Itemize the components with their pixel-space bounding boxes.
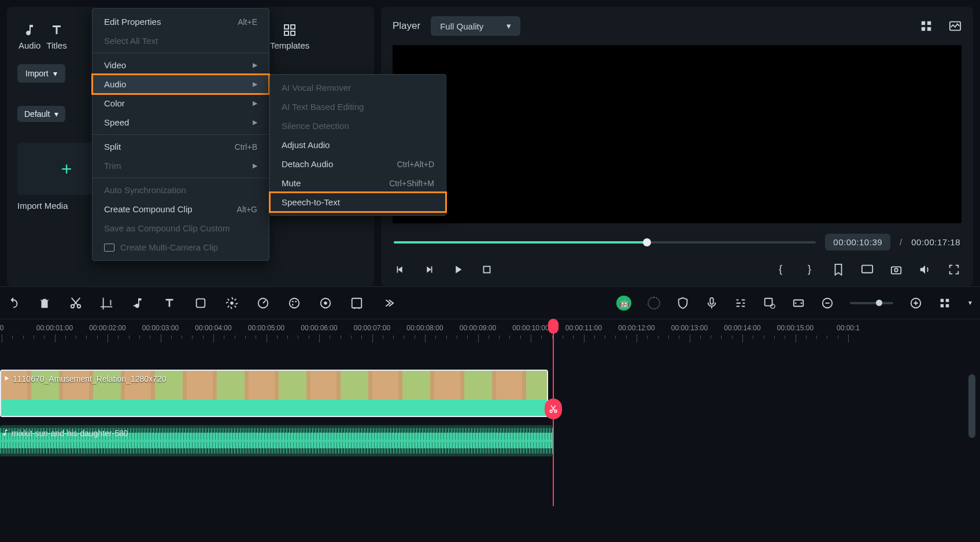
ruler-label: 00:00:01:00	[36, 324, 73, 332]
submenu-adjust-audio[interactable]: Adjust Audio	[270, 135, 446, 154]
snapshot-icon[interactable]	[890, 263, 903, 276]
svg-rect-24	[352, 298, 362, 308]
mark-in-icon[interactable]: {	[774, 263, 787, 276]
prev-frame-icon[interactable]	[394, 263, 406, 276]
video-clip[interactable]: 1110670_Amusement_Relation_1280x720	[0, 370, 548, 417]
plus-icon: +	[61, 158, 72, 180]
green-screen-icon[interactable]	[350, 297, 363, 309]
svg-rect-0	[284, 25, 289, 29]
video-clip-label: 1110670_Amusement_Relation_1280x720	[13, 374, 166, 384]
stop-icon[interactable]	[480, 263, 493, 276]
tab-audio[interactable]: Audio	[19, 23, 40, 50]
submenu-text-based: AI Text Based Editing	[270, 97, 446, 116]
quality-select[interactable]: Full Quality ▾	[431, 16, 520, 36]
zoom-thumb[interactable]	[876, 300, 882, 306]
menu-select-all-text: Select All Text	[93, 31, 269, 50]
menu-multi-camera: Create Multi-Camera Clip	[93, 238, 269, 257]
effects-icon[interactable]	[225, 297, 238, 309]
volume-icon[interactable]	[919, 263, 931, 276]
context-menu: Edit Properties Alt+E Select All Text Vi…	[92, 8, 269, 261]
svg-rect-7	[927, 27, 931, 31]
ruler-label: 00:00:08:00	[406, 324, 443, 332]
svg-rect-2	[284, 31, 289, 35]
tab-templates[interactable]: Templates	[270, 23, 309, 50]
svg-rect-4	[922, 21, 925, 25]
default-sort-button[interactable]: Default ▾	[17, 106, 65, 122]
svg-point-20	[295, 300, 297, 302]
play-icon[interactable]	[452, 263, 464, 276]
menu-speed[interactable]: Speed ▶	[93, 113, 269, 132]
marker-add-icon[interactable]	[763, 297, 776, 309]
mic-icon[interactable]	[705, 297, 718, 309]
total-time: 00:00:17:18	[911, 237, 960, 247]
ruler-label: 00:00:15:00	[777, 324, 813, 332]
ruler-label: 00:00:09:00	[460, 324, 496, 332]
audio-clip-icon	[1, 429, 9, 437]
color-icon[interactable]	[288, 297, 301, 309]
text-icon	[50, 23, 64, 37]
ruler-label: 00:00:13:00	[671, 324, 708, 332]
text-tool-icon[interactable]	[163, 297, 176, 309]
scopes-icon[interactable]	[949, 20, 961, 32]
zoom-slider[interactable]	[850, 302, 893, 304]
templates-icon	[283, 23, 297, 37]
chevron-right-icon: ▶	[253, 99, 257, 107]
player-panel: Player Full Quality ▾ 00:00:10:39 / 00:0…	[381, 7, 973, 286]
marker-dropdown-icon[interactable]	[832, 263, 845, 276]
video-preview[interactable]	[393, 45, 961, 223]
audio-clip[interactable]: mixkit-sun-and-his-daughter-580	[0, 425, 553, 456]
menu-video[interactable]: Video ▶	[93, 56, 269, 75]
grid-view-icon[interactable]	[920, 20, 933, 32]
track-options-icon[interactable]	[938, 297, 951, 309]
ai-assistant-icon[interactable]: 🤖	[616, 296, 631, 311]
menu-color[interactable]: Color ▶	[93, 94, 269, 113]
ruler-label: 00:00:10:00	[512, 324, 549, 332]
crop-icon[interactable]	[101, 297, 113, 309]
timeline-scrollbar[interactable]	[968, 374, 975, 438]
menu-edit-properties[interactable]: Edit Properties Alt+E	[93, 12, 269, 31]
render-icon[interactable]	[648, 297, 660, 309]
next-frame-icon[interactable]	[423, 263, 435, 276]
ruler-label: 00:00:1	[837, 324, 860, 332]
audio-submenu: AI Vocal Remover AI Text Based Editing S…	[269, 74, 446, 216]
fit-icon[interactable]	[792, 297, 805, 309]
svg-rect-10	[862, 266, 872, 273]
ruler-label: 00:00:05:00	[248, 324, 284, 332]
tab-titles[interactable]: Titles	[46, 23, 66, 50]
menu-audio[interactable]: Audio ▶	[93, 75, 269, 94]
svg-rect-11	[892, 267, 901, 274]
delete-icon[interactable]	[38, 297, 51, 309]
svg-rect-15	[197, 298, 205, 307]
ruler-label: 0	[0, 324, 3, 332]
zoom-out-icon[interactable]	[821, 297, 834, 309]
cut-icon[interactable]	[69, 297, 82, 309]
progress-thumb[interactable]	[643, 238, 651, 246]
chevron-down-icon: ▾	[54, 109, 58, 119]
mark-out-icon[interactable]: }	[803, 263, 816, 276]
submenu-detach-audio[interactable]: Detach Audio Ctrl+Alt+D	[270, 154, 446, 174]
shield-icon[interactable]	[676, 297, 689, 309]
track-dropdown-icon[interactable]: ▼	[967, 300, 973, 306]
submenu-speech-to-text[interactable]: Speech-to-Text	[270, 193, 446, 212]
ai-tool-icon[interactable]	[319, 297, 332, 309]
submenu-silence: Silence Detection	[270, 116, 446, 135]
music-beat-icon[interactable]	[132, 297, 145, 309]
camera-icon	[104, 244, 114, 252]
more-tools-icon[interactable]	[382, 297, 394, 309]
timeline-ruler[interactable]: 000:00:01:0000:00:02:0000:00:03:0000:00:…	[0, 319, 980, 344]
import-button[interactable]: Import ▾	[17, 64, 65, 83]
submenu-mute[interactable]: Mute Ctrl+Shift+M	[270, 174, 446, 193]
playhead-head[interactable]	[548, 319, 559, 334]
keyframe-icon[interactable]	[194, 297, 207, 309]
time-separator: /	[900, 237, 902, 247]
cut-badge[interactable]	[545, 399, 562, 419]
display-icon[interactable]	[861, 263, 874, 276]
speed-icon[interactable]	[257, 297, 269, 309]
menu-split[interactable]: Split Ctrl+B	[93, 137, 269, 156]
mixer-icon[interactable]	[734, 297, 747, 309]
progress-slider[interactable]	[394, 241, 816, 244]
zoom-in-icon[interactable]	[909, 297, 922, 309]
menu-create-compound[interactable]: Create Compound Clip Alt+G	[93, 200, 269, 219]
undo-icon[interactable]	[7, 297, 20, 309]
fullscreen-icon[interactable]	[948, 263, 960, 276]
